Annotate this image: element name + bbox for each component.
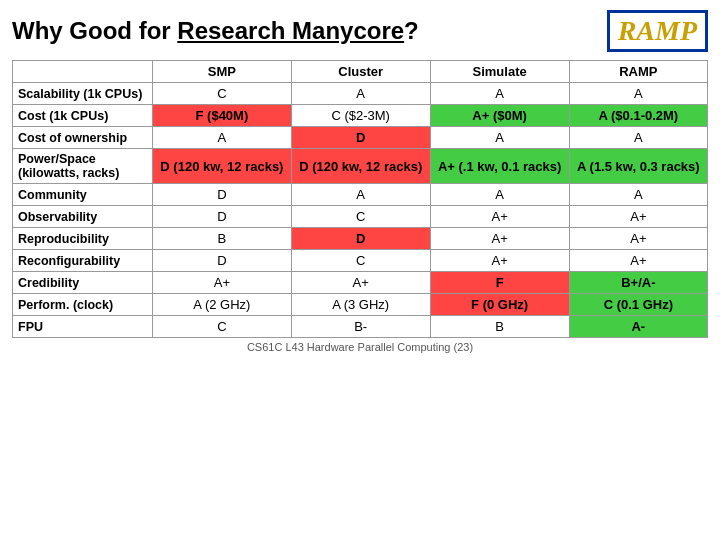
table-cell: A+ (.1 kw, 0.1 racks) [430,149,569,184]
table-cell: A+ [430,250,569,272]
page: Why Good for Research Manycore? RAMP SMP… [0,0,720,540]
table-cell: A [569,184,707,206]
table-cell: D [153,250,292,272]
table-row: Cost of ownershipADAA [13,127,708,149]
table-cell: D [291,127,430,149]
table-cell: A+ [153,272,292,294]
header: Why Good for Research Manycore? RAMP [12,10,708,52]
title-underline: Research Manycore [177,17,404,44]
table-cell: A+ [569,228,707,250]
table-cell: A [291,83,430,105]
table-cell: A+ [291,272,430,294]
table-cell: B [430,316,569,338]
table-row: ReproducibilityBDA+A+ [13,228,708,250]
title-after: ? [404,17,419,44]
row-label: Credibility [13,272,153,294]
row-label: Community [13,184,153,206]
row-label: FPU [13,316,153,338]
table-row: CommunityDAAA [13,184,708,206]
table-cell: A+ [569,206,707,228]
table-cell: C [291,206,430,228]
table-cell: A (1.5 kw, 0.3 racks) [569,149,707,184]
table-cell: A [430,184,569,206]
table-cell: A [569,127,707,149]
col-header-smp: SMP [153,61,292,83]
row-label: Observability [13,206,153,228]
table-cell: D (120 kw, 12 racks) [291,149,430,184]
table-cell: C (0.1 GHz) [569,294,707,316]
row-label: Power/Space (kilowatts, racks) [13,149,153,184]
row-label: Cost of ownership [13,127,153,149]
table-cell: F ($40M) [153,105,292,127]
table-cell: A+ ($0M) [430,105,569,127]
col-header-cluster: Cluster [291,61,430,83]
row-label: Scalability (1k CPUs) [13,83,153,105]
table-cell: C [153,316,292,338]
col-header-label [13,61,153,83]
table-cell: A [430,83,569,105]
table-cell: A- [569,316,707,338]
footer-text: CS61C L43 Hardware Parallel Computing (2… [12,341,708,353]
table-row: Cost (1k CPUs)F ($40M)C ($2-3M)A+ ($0M)A… [13,105,708,127]
ramp-logo: RAMP [607,10,708,52]
table-cell: A+ [430,206,569,228]
table-cell: A [430,127,569,149]
table-cell: A ($0.1-0.2M) [569,105,707,127]
table-cell: A [569,83,707,105]
table-cell: D [153,184,292,206]
row-label: Reproducibility [13,228,153,250]
table-cell: B [153,228,292,250]
col-header-simulate: Simulate [430,61,569,83]
table-cell: D (120 kw, 12 racks) [153,149,292,184]
comparison-table: SMP Cluster Simulate RAMP Scalability (1… [12,60,708,338]
table-row: CredibilityA+A+FB+/A- [13,272,708,294]
table-cell: A (2 GHz) [153,294,292,316]
page-title: Why Good for Research Manycore? [12,17,419,45]
table-cell: C [291,250,430,272]
table-cell: D [153,206,292,228]
table-row: ReconfigurabilityDCA+A+ [13,250,708,272]
table-row: FPUCB-BA- [13,316,708,338]
table-cell: F (0 GHz) [430,294,569,316]
table-row: Scalability (1k CPUs)CAAA [13,83,708,105]
table-cell: A+ [569,250,707,272]
table-cell: C ($2-3M) [291,105,430,127]
table-cell: B+/A- [569,272,707,294]
table-cell: B- [291,316,430,338]
table-row: ObservabilityDCA+A+ [13,206,708,228]
table-cell: A (3 GHz) [291,294,430,316]
table-cell: F [430,272,569,294]
table-row: Perform. (clock)A (2 GHz)A (3 GHz)F (0 G… [13,294,708,316]
col-header-ramp: RAMP [569,61,707,83]
row-label: Perform. (clock) [13,294,153,316]
table-header-row: SMP Cluster Simulate RAMP [13,61,708,83]
row-label: Reconfigurability [13,250,153,272]
table-cell: A [153,127,292,149]
table-row: Power/Space (kilowatts, racks)D (120 kw,… [13,149,708,184]
table-cell: A [291,184,430,206]
table-cell: D [291,228,430,250]
row-label: Cost (1k CPUs) [13,105,153,127]
table-cell: A+ [430,228,569,250]
title-before: Why Good for [12,17,177,44]
table-cell: C [153,83,292,105]
